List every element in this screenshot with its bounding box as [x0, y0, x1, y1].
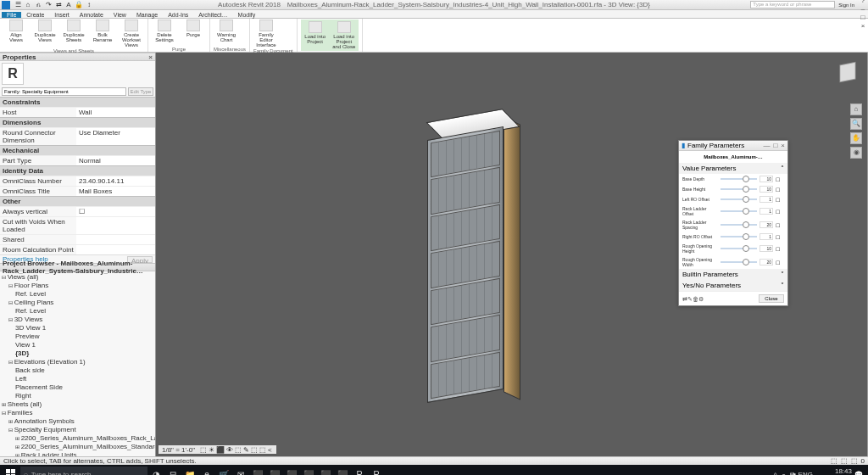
- view-control-icon[interactable]: 👁: [225, 446, 234, 454]
- parameter-row[interactable]: Rack Ladder Offset1☐: [679, 204, 787, 218]
- parameter-row[interactable]: Rack Ladder Spacing20☐: [679, 218, 787, 232]
- taskbar-item[interactable]: e: [198, 467, 215, 475]
- taskbar-item[interactable]: ⬛: [317, 467, 334, 475]
- ribbon-button[interactable]: Load intoProject and Close: [331, 21, 357, 49]
- taskbar-item[interactable]: R: [368, 467, 385, 475]
- slider[interactable]: [721, 248, 757, 249]
- properties-grid[interactable]: ConstraintsHostWallDimensionsRound Conne…: [0, 97, 155, 254]
- taskbar-item[interactable]: 📁: [181, 467, 198, 475]
- close-icon[interactable]: ×: [781, 142, 785, 149]
- status-icon[interactable]: ⬚: [831, 457, 837, 465]
- taskbar-item[interactable]: 🛒: [215, 467, 232, 475]
- ribbon-button[interactable]: Load intoProject: [303, 21, 328, 49]
- maximize-icon[interactable]: □: [773, 142, 777, 149]
- zoom-icon[interactable]: 🔍: [850, 118, 862, 130]
- parameter-row[interactable]: Base Height10☐: [679, 184, 787, 194]
- ribbon-button[interactable]: DuplicateViews: [32, 20, 58, 48]
- qat-button[interactable]: ☰: [14, 1, 22, 9]
- view-control-icon[interactable]: ⬚: [250, 446, 259, 454]
- tray-icon[interactable]: ENG: [798, 471, 813, 476]
- view-control-icon[interactable]: ☀: [208, 446, 215, 454]
- tree-node[interactable]: 2200_Series_Aluminum_Mailboxes_Standard_…: [2, 443, 153, 451]
- status-icon[interactable]: 0: [861, 457, 865, 465]
- tree-node[interactable]: Preview: [2, 332, 153, 341]
- tree-node[interactable]: Ceiling Plans: [2, 299, 153, 307]
- slider[interactable]: [721, 210, 757, 212]
- taskbar-item[interactable]: ⬛: [249, 467, 266, 475]
- view-cube[interactable]: [835, 59, 860, 85]
- tree-node[interactable]: View 1: [2, 341, 153, 349]
- tree-node[interactable]: 3D View 1: [2, 324, 153, 332]
- slider[interactable]: [721, 261, 757, 263]
- qat-button[interactable]: ↕: [85, 1, 93, 9]
- ribbon-button[interactable]: DuplicateSheets: [61, 20, 86, 48]
- window-control[interactable]: –: [858, 5, 868, 14]
- tree-node[interactable]: Ref. Level: [2, 290, 153, 299]
- notifications-icon[interactable]: 💬: [854, 471, 863, 476]
- properties-header[interactable]: Properties×: [0, 53, 155, 61]
- taskbar-item[interactable]: ⊟: [164, 467, 181, 475]
- qat-button[interactable]: ⇄: [54, 1, 63, 9]
- view-control-icon[interactable]: ⬚: [234, 446, 242, 454]
- qat-button[interactable]: 🔒: [75, 1, 83, 9]
- edit-type-button[interactable]: Edit Type: [128, 87, 153, 96]
- project-browser[interactable]: Views (all)Floor PlansRef. LevelCeiling …: [0, 271, 155, 456]
- orbit-icon[interactable]: ◉: [850, 147, 862, 159]
- tree-node[interactable]: Sheets (all): [2, 400, 153, 409]
- view-control-icon[interactable]: ⬚: [259, 446, 267, 454]
- ribbon-button[interactable]: DeleteSettings: [152, 20, 177, 46]
- view-control-icon[interactable]: ⬛: [215, 446, 225, 454]
- help-search-input[interactable]: Type a keyword or phrase: [750, 1, 835, 8]
- ribbon-tab[interactable]: Insert: [49, 12, 75, 18]
- ribbon-button[interactable]: BulkRename: [90, 20, 115, 48]
- tree-node[interactable]: Back side: [2, 366, 153, 375]
- taskbar-item[interactable]: ⬛: [266, 467, 283, 475]
- parameter-row[interactable]: Base Depth10☐: [679, 174, 787, 184]
- tray-icon[interactable]: 🕪: [789, 471, 796, 476]
- project-browser-header[interactable]: Project Browser - Mailboxes_Aluminum-Rac…: [0, 263, 155, 271]
- tray-icon[interactable]: ☁: [780, 471, 787, 476]
- status-icon[interactable]: ⬚: [851, 457, 858, 465]
- slider[interactable]: [721, 178, 757, 180]
- taskbar-search[interactable]: ○ Type here to search: [20, 467, 147, 475]
- tree-node[interactable]: Floor Plans: [2, 282, 153, 290]
- yesno-parameters-section[interactable]: Yes/No Parameters˅: [679, 280, 787, 291]
- taskbar-item[interactable]: ⬛: [300, 467, 317, 475]
- ribbon-button[interactable]: Purge: [181, 20, 206, 46]
- signin-button[interactable]: Sign In: [838, 3, 854, 8]
- home-icon[interactable]: ⌂: [850, 103, 862, 115]
- status-icon[interactable]: ⬚: [841, 457, 848, 465]
- slider[interactable]: [721, 224, 757, 226]
- parameter-row[interactable]: Left RO Offset1☐: [679, 194, 787, 204]
- family-panel-header[interactable]: ▮ Family Parameters — □ ×: [679, 141, 787, 151]
- tree-node[interactable]: Views (all): [2, 273, 153, 282]
- view-control-icon[interactable]: <: [267, 446, 273, 454]
- ribbon-tab[interactable]: Add-Ins: [163, 12, 193, 18]
- ribbon-tab[interactable]: Modify: [233, 12, 261, 18]
- window-control[interactable]: □: [858, 14, 868, 22]
- family-parameters-panel[interactable]: ▮ Family Parameters — □ × Mailboxes_Alum…: [678, 140, 788, 306]
- tree-node[interactable]: Left: [2, 375, 153, 383]
- pan-icon[interactable]: ✋: [850, 132, 862, 144]
- slider[interactable]: [721, 198, 757, 200]
- tree-node[interactable]: Placement Side: [2, 383, 153, 392]
- type-selector[interactable]: [2, 87, 126, 96]
- windows-taskbar[interactable]: ○ Type here to search ◑⊟📁e🛒✉⬛⬛⬛⬛⬛⬛RR ^☁🕪…: [0, 465, 868, 475]
- qat-button[interactable]: ⎌: [34, 1, 42, 9]
- parameter-row[interactable]: Right RO Offset1☐: [679, 232, 787, 242]
- qat-button[interactable]: A: [64, 1, 73, 9]
- ribbon-tab[interactable]: Annotate: [75, 12, 108, 18]
- start-button[interactable]: [2, 467, 20, 475]
- taskbar-item[interactable]: ⬛: [334, 467, 351, 475]
- ribbon-tab[interactable]: File: [2, 12, 21, 18]
- tree-node[interactable]: 2200_Series_Aluminum_Mailboxes_Rack_Ladd…: [2, 434, 153, 443]
- ribbon-button[interactable]: WarningChart: [214, 20, 239, 46]
- tree-node[interactable]: Right: [2, 392, 153, 400]
- parameter-row[interactable]: Rough Opening Height10☐: [679, 242, 787, 255]
- window-control[interactable]: ×: [858, 22, 868, 31]
- view-control-bar[interactable]: 1/8" = 1'-0" ⬚☀⬛👁⬚✎⬚⬚<: [159, 445, 276, 454]
- scale-label[interactable]: 1/8" = 1'-0": [161, 446, 196, 454]
- taskbar-clock[interactable]: 18:4320/09/2018: [818, 468, 852, 475]
- minimize-icon[interactable]: —: [763, 142, 770, 149]
- slider[interactable]: [721, 188, 757, 190]
